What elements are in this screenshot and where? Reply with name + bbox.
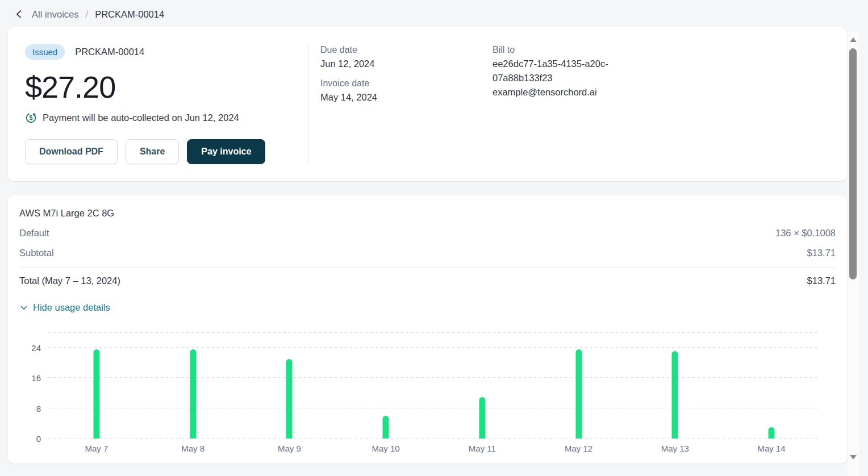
auto-collect-note: Payment will be auto-collected on Jun 12…	[43, 112, 239, 123]
chart-y-tick-label: 0	[36, 435, 41, 443]
invoice-meta: Due date Jun 12, 2024 Invoice date May 1…	[308, 44, 830, 164]
bill-to-id: ee26dc77-1a35-4135-a20c-07a88b133f23	[493, 57, 623, 85]
total-value: $13.71	[807, 275, 836, 286]
bill-to-email: example@tensorchord.ai	[493, 85, 623, 99]
usage-bar	[672, 351, 678, 439]
usage-bar	[769, 427, 775, 439]
share-button[interactable]: Share	[126, 139, 179, 164]
items-divider	[19, 267, 836, 268]
usage-details-label: Hide usage details	[33, 302, 110, 313]
chart-y-tick-label: 8	[36, 404, 41, 412]
line-item-row-subtotal: Subtotal $13.71	[19, 248, 836, 258]
pay-invoice-button[interactable]: Pay invoice	[187, 139, 265, 164]
usage-details-toggle[interactable]: Hide usage details	[19, 302, 110, 313]
invoice-amount: $27.20	[25, 70, 308, 103]
usage-chart: 081624May 7May 8May 9May 10May 11May 12M…	[19, 332, 836, 439]
chart-x-tick-label: May 9	[278, 444, 301, 453]
chart-x-tick-label: May 8	[181, 444, 205, 453]
usage-bar	[575, 349, 582, 439]
usage-bar	[286, 359, 293, 439]
line-items-card: AWS M7i Large 2C 8G Default 136 × $0.100…	[8, 195, 847, 464]
invoice-summary-left: Issued PRCKAM-00014 $27.20 $ Payment wil…	[25, 44, 308, 164]
total-row: Total (May 7 – 13, 2024) $13.71	[19, 275, 836, 286]
scroll-up-arrow[interactable]	[850, 37, 857, 42]
chart-y-tick-label: 16	[31, 374, 41, 382]
line-item-row-default: Default 136 × $0.1008	[19, 228, 836, 239]
usage-bar	[383, 416, 389, 439]
invoice-number: PRCKAM-00014	[75, 47, 144, 57]
chart-x-tick-label: May 14	[758, 444, 786, 453]
usage-chart-plot: 081624May 7May 8May 9May 10May 11May 12M…	[48, 332, 820, 439]
auto-collect-icon: $	[25, 112, 37, 124]
chart-x-tick-label: May 7	[85, 444, 108, 453]
invoice-summary-card: Issued PRCKAM-00014 $27.20 $ Payment wil…	[8, 27, 847, 181]
product-name: AWS M7i Large 2C 8G	[19, 208, 836, 219]
chart-x-tick-label: May 13	[661, 444, 689, 453]
svg-text:$: $	[30, 114, 33, 121]
chart-gridline	[48, 377, 820, 378]
subtotal-label: Subtotal	[19, 248, 54, 258]
bill-to-label: Bill to	[493, 44, 623, 56]
usage-bar	[190, 349, 196, 439]
chart-gridline	[48, 408, 820, 408]
chart-x-tick-label: May 12	[565, 444, 592, 453]
due-date-label: Due date	[320, 44, 493, 56]
chart-y-tick-label: 24	[31, 343, 41, 352]
breadcrumb-current: PRCKAM-00014	[95, 9, 164, 20]
chevron-left-icon	[14, 9, 24, 19]
invoice-date-label: Invoice date	[320, 78, 493, 89]
chart-x-tick-label: May 10	[372, 444, 400, 453]
usage-bar	[479, 397, 485, 439]
breadcrumb: All invoices / PRCKAM-00014	[0, 0, 868, 27]
scrollbar-thumb[interactable]	[849, 48, 857, 279]
subtotal-value: $13.71	[807, 248, 836, 258]
breadcrumb-separator: /	[86, 9, 89, 20]
chart-gridline	[48, 438, 820, 439]
scrollbar[interactable]	[848, 32, 859, 476]
chart-gridline	[48, 347, 820, 348]
scroll-down-arrow[interactable]	[850, 455, 857, 460]
line-item-value: 136 × $0.1008	[775, 228, 836, 239]
chevron-down-icon	[19, 303, 28, 312]
total-label: Total (May 7 – 13, 2024)	[19, 275, 120, 286]
download-pdf-button[interactable]: Download PDF	[25, 139, 118, 164]
line-item-label: Default	[19, 228, 49, 239]
due-date-value: Jun 12, 2024	[320, 57, 493, 70]
usage-bar	[93, 349, 99, 439]
back-button[interactable]	[12, 7, 26, 21]
status-badge: Issued	[25, 44, 65, 60]
breadcrumb-link-all-invoices[interactable]: All invoices	[32, 9, 79, 20]
invoice-date-value: May 14, 2024	[320, 90, 493, 104]
chart-x-tick-label: May 11	[469, 444, 496, 453]
